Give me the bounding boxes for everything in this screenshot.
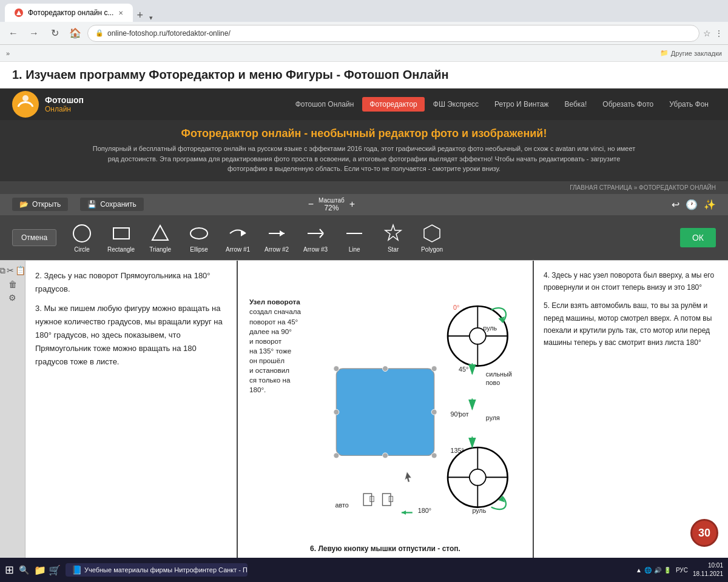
taskbar-icon-store[interactable]: 🛒 [49,564,61,576]
save-button[interactable]: 💾 Сохранить [80,198,144,211]
svg-point-33 [431,452,437,458]
settings-button[interactable]: ⋮ [715,28,723,38]
taskbar-icon-files[interactable]: 📁 [34,564,46,576]
tab-menu-button[interactable]: ▾ [147,14,155,22]
nav-fotoshop[interactable]: Фотошоп Онлайн [288,97,362,112]
svg-point-1 [22,95,29,101]
svg-text:далее на 90°: далее на 90° [249,327,292,335]
arrow3-icon [305,222,326,244]
page-title: 1. Изучаем программу Фоторедактор и меню… [0,62,728,89]
shape-arrow3[interactable]: Arrow #3 [297,219,334,256]
svg-text:создал сначала: создал сначала [249,307,301,315]
paste-icon[interactable]: 📋 [15,266,25,276]
delete-icon[interactable]: 🗑 [8,279,17,289]
editor-toolbar: 📂 Открыть 💾 Сохранить − Масштаб 72% + ↩ … [0,194,728,215]
svg-marker-4 [152,226,168,240]
effects-button[interactable]: ✨ [704,199,716,210]
taskbar-app-label: Учебные материалы фирмы Нитрофинтер Санк… [84,566,248,574]
nav-webcam[interactable]: Вебка! [557,97,594,112]
nav-fotoredaktor[interactable]: Фоторедактор [362,97,424,112]
shape-star[interactable]: Star [375,219,411,256]
shape-polygon[interactable]: Polygon [414,219,450,256]
shape-toolbar: Отмена Circle Rectangle [0,215,728,260]
svg-marker-14 [424,225,440,242]
new-tab-button[interactable]: + [133,9,147,22]
circle-label: Circle [74,246,90,253]
shape-line[interactable]: Line [336,219,372,256]
shape-circle[interactable]: Circle [64,219,100,256]
taskbar: ⊞ 🔍 📁 🛒 📘 Учебные материалы фирмы Нитроф… [0,558,728,582]
right-para-2: 5. Если взять автомобиль ваш, то вы за р… [544,299,718,349]
favicon [15,8,23,17]
svg-text:он прошёл: он прошёл [249,356,285,364]
home-button[interactable]: 🏠 [67,25,84,42]
svg-rect-62 [383,493,391,506]
active-tab[interactable]: Фоторедактор онлайн с... ✕ [5,4,133,22]
address-bar[interactable]: 🔒 online-fotoshop.ru/fotoredaktor-online… [87,25,699,42]
nav-retro[interactable]: Ретро И Винтаж [487,97,556,112]
svg-text:сильный: сильный [486,370,512,378]
shape-arrow1[interactable]: Arrow #1 [220,219,256,256]
clock: 10:01 18.11.2021 [693,561,723,578]
shape-triangle[interactable]: Triangle [142,219,178,256]
bottom-left-panel: 2. Здесь у нас поворот Прямоугольника на… [25,261,238,558]
polygon-icon [421,222,443,244]
ellipse-label: Ellipse [190,246,207,253]
taskbar-right: ▲ 🌐 🔊 🔋 РУС 10:01 18.11.2021 [636,561,723,578]
svg-text:пово: пово [486,378,500,386]
zoom-value: 72% [318,204,345,212]
svg-text:0°: 0° [453,304,459,311]
nav-bg[interactable]: Убрать Фон [662,97,716,112]
tray-arrow[interactable]: ▲ [636,567,642,574]
bottom-right-panel: 4. Здесь у нас узел поворота был вверху,… [534,261,728,558]
folder-icon: 📁 [660,49,669,57]
bookmark-button[interactable]: ☆ [703,28,711,38]
nav-crop[interactable]: Обрезать Фото [595,97,661,112]
start-button[interactable]: ⊞ [5,563,14,577]
tab-close-button[interactable]: ✕ [118,10,123,16]
tray-network: 🌐 [644,567,652,574]
shape-rectangle[interactable]: Rectangle [103,219,140,256]
badge-number: 30 [698,527,710,540]
svg-text:Узел поворота: Узел поворота [249,298,300,306]
copy-icon[interactable]: ⧉ [0,266,5,276]
logo-text-2: Онлайн [45,105,84,113]
shape-arrow2[interactable]: Arrow #2 [258,219,295,256]
cut-icon[interactable]: ✂ [7,266,14,276]
svg-text:руль: руль [483,324,497,332]
hero-section: Фоторедактор онлайн - необычный редактор… [0,120,728,181]
search-button[interactable]: 🔍 [19,565,29,575]
forward-button[interactable]: → [25,25,42,42]
nav-fsh[interactable]: ФШ Экспресс [426,97,486,112]
undo-redo-controls: ↩ 🕐 ✨ [672,199,716,210]
taskbar-app-icon: 📘 [72,565,82,575]
reload-button[interactable]: ↻ [46,25,63,42]
bookmarks-bar: » 📁 Другие закладки [0,45,728,62]
arrow1-icon [227,222,249,244]
polygon-label: Polygon [421,246,443,253]
svg-line-10 [320,229,323,233]
cancel-button[interactable]: Отмена [12,229,56,246]
ok-button[interactable]: ОК [680,228,716,247]
svg-text:руль: руль [472,506,486,513]
svg-point-26 [334,366,339,371]
site-logo[interactable]: Фотошоп Онлайн [12,91,84,118]
ellipse-icon [188,222,210,244]
hero-title: Фоторедактор онлайн - необычный редактор… [12,127,716,140]
redo-button[interactable]: 🕐 [686,199,698,210]
right-para-1: 4. Здесь у нас узел поворота был вверху,… [544,269,718,294]
open-button[interactable]: 📂 Открыть [12,198,68,211]
taskbar-app[interactable]: 📘 Учебные материалы фирмы Нитрофинтер Са… [66,563,248,577]
settings-tool-icon[interactable]: ⚙ [8,293,16,303]
back-button[interactable]: ← [5,25,22,42]
svg-text:авто: авто [335,501,349,508]
left-tools: ⧉ ✂ 📋 🗑 ⚙ [0,261,25,558]
svg-point-5 [190,228,207,239]
zoom-out-button[interactable]: − [308,199,314,210]
shape-ellipse[interactable]: Ellipse [181,219,217,256]
open-label: Открыть [32,200,61,209]
undo-button[interactable]: ↩ [672,199,679,210]
svg-text:135°: 135° [451,446,464,453]
svg-point-30 [431,409,437,415]
zoom-in-button[interactable]: + [349,199,355,210]
